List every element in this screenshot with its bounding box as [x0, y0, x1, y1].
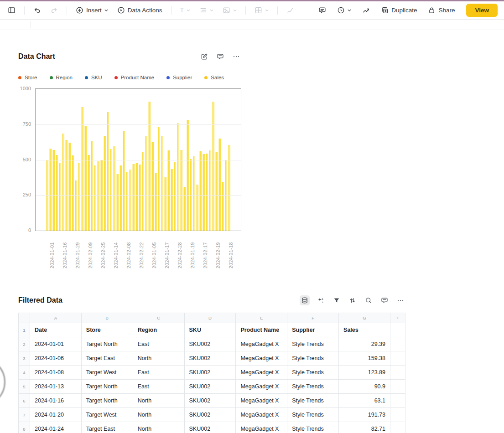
text-style-button[interactable]: T — [178, 5, 193, 15]
table-cell[interactable]: North — [133, 351, 184, 366]
table-cell[interactable]: 63.1 — [339, 394, 390, 408]
header-cell[interactable]: Region — [133, 323, 184, 337]
share-button[interactable]: Share — [426, 5, 457, 16]
table-cell[interactable]: North — [133, 408, 184, 422]
sort-button[interactable] — [348, 295, 358, 305]
table-cell[interactable]: 123.89 — [339, 366, 390, 380]
table-cell[interactable]: SKU002 — [184, 366, 236, 380]
layout-button[interactable] — [252, 5, 271, 16]
table-cell[interactable]: East — [133, 380, 184, 394]
table-cell[interactable]: Style Trends — [287, 366, 339, 380]
filter-button[interactable] — [332, 295, 342, 305]
table-cell[interactable]: 2024-01-08 — [30, 366, 82, 380]
column-header-b[interactable]: B — [81, 313, 133, 323]
column-header-c[interactable]: C — [133, 313, 184, 323]
legend-item-product-name[interactable]: Product Name — [114, 75, 155, 80]
row-number[interactable]: 8 — [19, 422, 30, 433]
table-cell[interactable]: Target West — [81, 366, 133, 380]
table-cell[interactable]: MegaGadget X — [236, 394, 287, 408]
row-number[interactable]: 3 — [19, 351, 30, 366]
table-cell[interactable]: 2024-01-13 — [30, 380, 82, 394]
insert-button[interactable]: Insert — [73, 5, 110, 16]
media-button[interactable] — [220, 5, 239, 16]
table-cell[interactable]: Target East — [81, 351, 133, 366]
strikethrough-button[interactable] — [284, 5, 296, 16]
table-cell[interactable]: MegaGadget X — [236, 408, 287, 422]
table-comment-button[interactable] — [379, 295, 390, 305]
legend-item-supplier[interactable]: Supplier — [166, 75, 192, 80]
chart-comment-button[interactable] — [215, 52, 225, 62]
table-cell[interactable]: Style Trends — [287, 394, 339, 408]
table-cell[interactable]: East — [133, 366, 184, 380]
table-cell[interactable]: 191.73 — [339, 408, 390, 422]
header-cell[interactable]: Store — [81, 323, 133, 337]
table-cell[interactable]: 90.9 — [339, 380, 390, 394]
search-button[interactable] — [364, 295, 374, 305]
undo-button[interactable] — [31, 5, 43, 16]
comments-button[interactable] — [316, 5, 328, 16]
header-cell[interactable]: Sales — [339, 323, 390, 337]
column-header-g[interactable]: G — [339, 313, 390, 323]
table-cell[interactable]: SKU002 — [184, 337, 236, 351]
chart-more-button[interactable] — [231, 52, 241, 62]
table-cell[interactable]: SKU002 — [184, 422, 236, 433]
table-cell[interactable]: SKU002 — [184, 380, 236, 394]
duplicate-button[interactable]: Duplicate — [379, 5, 419, 16]
table-cell[interactable]: Target North — [81, 394, 133, 408]
header-cell[interactable]: SKU — [184, 323, 236, 337]
history-button[interactable] — [335, 5, 353, 16]
table-cell[interactable]: Style Trends — [287, 422, 339, 433]
table-cell[interactable]: 82.71 — [339, 422, 390, 433]
header-cell[interactable]: Date — [30, 323, 82, 337]
table-cell[interactable]: Style Trends — [287, 351, 339, 366]
table-cell[interactable]: Target East — [81, 422, 133, 433]
table-cell[interactable]: SKU002 — [184, 394, 236, 408]
table-cell[interactable]: 2024-01-16 — [30, 394, 82, 408]
panel-toggle-button[interactable] — [5, 5, 18, 16]
table-cell[interactable]: MegaGadget X — [236, 366, 287, 380]
legend-item-sales[interactable]: Sales — [204, 75, 224, 80]
table-cell[interactable]: 2024-01-20 — [30, 408, 82, 422]
corner-cell[interactable] — [19, 313, 30, 323]
column-header-e[interactable]: E — [236, 313, 287, 323]
legend-item-sku[interactable]: SKU — [85, 75, 102, 80]
table-cell[interactable]: Style Trends — [287, 337, 339, 351]
table-cell[interactable]: 2024-01-06 — [30, 351, 82, 366]
header-cell[interactable]: Product Name — [236, 323, 287, 337]
row-number[interactable]: 6 — [19, 394, 30, 408]
header-cell[interactable]: Supplier — [287, 323, 339, 337]
table-cell[interactable]: SKU002 — [184, 408, 236, 422]
table-cell[interactable]: MegaGadget X — [236, 351, 287, 366]
edit-chart-button[interactable] — [199, 52, 209, 62]
table-more-button[interactable] — [395, 295, 405, 305]
table-cell[interactable]: SKU002 — [184, 351, 236, 366]
column-header-a[interactable]: A — [30, 313, 82, 323]
data-actions-button[interactable]: Data Actions — [115, 5, 165, 16]
table-cell[interactable]: Target North — [81, 380, 133, 394]
table-cell[interactable]: North — [133, 394, 184, 408]
view-button[interactable]: View — [466, 4, 498, 17]
table-cell[interactable]: 159.38 — [339, 351, 390, 366]
row-number[interactable]: 7 — [19, 408, 30, 422]
analytics-button[interactable] — [360, 5, 372, 16]
list-style-button[interactable] — [197, 5, 216, 16]
add-column-button[interactable]: + — [390, 313, 405, 323]
ai-assist-button[interactable] — [316, 295, 326, 305]
table-cell[interactable]: MegaGadget X — [236, 337, 287, 351]
table-cell[interactable]: Style Trends — [287, 380, 339, 394]
legend-item-region[interactable]: Region — [50, 75, 73, 80]
table-cell[interactable]: Style Trends — [287, 408, 339, 422]
data-source-button[interactable] — [300, 295, 310, 305]
column-header-f[interactable]: F — [287, 313, 339, 323]
table-cell[interactable]: MegaGadget X — [236, 422, 287, 433]
table-cell[interactable]: Target West — [81, 408, 133, 422]
table-cell[interactable]: North — [133, 422, 184, 433]
legend-item-store[interactable]: Store — [18, 75, 37, 80]
table-cell[interactable]: 2024-01-24 — [30, 422, 82, 433]
table-cell[interactable]: 2024-01-01 — [30, 337, 82, 351]
table-cell[interactable]: 29.39 — [339, 337, 390, 351]
table-cell[interactable]: Target North — [81, 337, 133, 351]
table-cell[interactable]: MegaGadget X — [236, 380, 287, 394]
table-cell[interactable]: East — [133, 337, 184, 351]
row-number[interactable]: 5 — [19, 380, 30, 394]
